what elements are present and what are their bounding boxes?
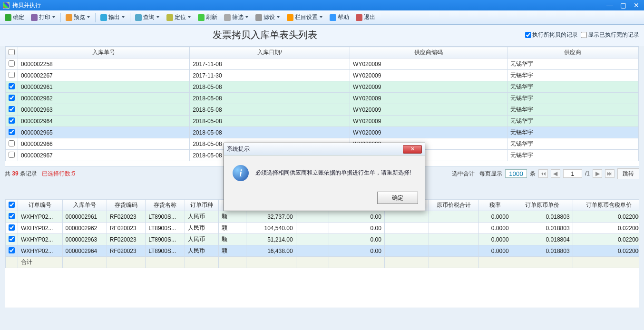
column-header[interactable]: 原币价税合计	[429, 200, 478, 211]
table-row[interactable]: WXHYP02...0000002964RF020023LT8900S...人民…	[6, 245, 640, 257]
refresh-button[interactable]: 刷新	[195, 12, 220, 23]
select-all-upper[interactable]	[9, 49, 15, 55]
next-page-button[interactable]: ▶	[593, 169, 602, 178]
dialog-message: 必须选择相同供应商和立账依据的单据进行生单，请重新选择!	[255, 165, 416, 177]
row-checkbox[interactable]	[9, 224, 15, 231]
close-button[interactable]: ✕	[632, 2, 641, 9]
preview-button[interactable]: 预览	[63, 12, 93, 23]
selected-count: 已选择行数:5	[42, 170, 75, 178]
row-checkbox[interactable]	[9, 213, 15, 219]
system-prompt-dialog: 系统提示 ✕ i 必须选择相同供应商和立账依据的单据进行生单，请重新选择! 确定	[224, 143, 425, 211]
row-checkbox[interactable]	[9, 72, 15, 78]
table-row[interactable]: 00000022582017-11-08WY020009无锡华宇	[6, 58, 639, 70]
table-row[interactable]: 00000029642018-05-08WY020009无锡华宇	[6, 116, 639, 127]
dialog-close-button[interactable]: ✕	[403, 145, 422, 154]
chevron-down-icon	[121, 16, 125, 19]
chevron-down-icon	[276, 16, 280, 19]
cols-button[interactable]: 栏目设置	[284, 12, 326, 23]
column-header[interactable]: 订单编号	[18, 200, 63, 211]
header-area: 发票拷贝入库单表头列表 执行所拷贝的记录 显示已执行完的记录	[0, 25, 644, 46]
show-done-checkbox[interactable]: 显示已执行完的记录	[581, 31, 639, 39]
column-header[interactable]: 入库日期/	[190, 47, 350, 58]
query-icon	[135, 14, 142, 21]
window-title: 拷贝并执行	[12, 1, 605, 10]
row-checkbox[interactable]	[9, 95, 15, 101]
row-checkbox[interactable]	[9, 247, 15, 253]
table-row[interactable]: WXHYP02...0000002962RF020023LT8900S...人民…	[6, 223, 640, 234]
table-row[interactable]: WXHYP02...0000002961RF020023LT8900S...人民…	[6, 211, 640, 223]
page-size-input[interactable]	[505, 169, 527, 178]
prev-page-button[interactable]: ◀	[551, 169, 560, 178]
column-header[interactable]: 入库单号	[18, 47, 190, 58]
column-header[interactable]: 供应商编码	[350, 47, 507, 58]
select-all-lower[interactable]	[9, 202, 15, 208]
page-number-input[interactable]	[563, 169, 582, 178]
refresh-icon	[198, 14, 205, 21]
table-row[interactable]: 00000029622018-05-08WY020009无锡华宇	[6, 93, 639, 104]
column-header[interactable]: 存货名称	[146, 200, 185, 211]
chevron-down-icon	[52, 16, 56, 19]
filter-icon	[224, 14, 231, 21]
row-checkbox[interactable]	[9, 152, 15, 158]
page-title: 发票拷贝入库单表头列表	[5, 29, 525, 41]
column-header[interactable]: 订单原币含税单价	[573, 200, 639, 211]
preview-icon	[66, 14, 72, 21]
chevron-down-icon	[245, 16, 249, 19]
selected-sum-label: 选中合计	[452, 170, 475, 178]
filter-button[interactable]: 筛选	[221, 12, 252, 23]
last-page-button[interactable]: ⏭	[605, 169, 615, 178]
filterset-icon	[255, 14, 262, 21]
row-checkbox[interactable]	[9, 83, 15, 89]
query-button[interactable]: 查询	[132, 12, 163, 23]
chevron-down-icon	[156, 16, 160, 19]
help-button[interactable]: 帮助	[327, 12, 352, 23]
table-row[interactable]: 00000029652018-05-08WY020009无锡华宇	[6, 127, 639, 138]
column-header[interactable]: 订单币种	[185, 200, 218, 211]
title-bar: 拷贝并执行 — ▢ ✕	[0, 0, 644, 10]
exec-copied-checkbox[interactable]: 执行所拷贝的记录	[525, 31, 578, 39]
row-checkbox[interactable]	[9, 60, 15, 67]
first-page-button[interactable]: ⏮	[538, 169, 548, 178]
output-icon	[100, 14, 107, 21]
confirm-icon	[5, 14, 11, 21]
column-header[interactable]: 存货编码	[107, 200, 145, 211]
table-row[interactable]: 00000029612018-05-08WY020009无锡华宇	[6, 81, 639, 93]
table-row[interactable]: WXHYP02...0000002963RF020023LT8900S...人民…	[6, 234, 640, 245]
confirm-button[interactable]: 确定	[2, 12, 27, 23]
locate-icon	[166, 14, 173, 21]
maximize-button[interactable]: ▢	[618, 2, 628, 9]
row-checkbox[interactable]	[9, 117, 15, 124]
cols-icon	[287, 14, 293, 21]
chevron-down-icon	[319, 16, 323, 19]
print-icon	[31, 14, 38, 21]
dialog-ok-button[interactable]: 确定	[377, 192, 418, 204]
minimize-button[interactable]: —	[605, 2, 615, 9]
column-header[interactable]: 税率	[478, 200, 512, 211]
row-checkbox[interactable]	[9, 129, 15, 135]
row-checkbox[interactable]	[9, 236, 15, 242]
row-checkbox[interactable]	[9, 140, 15, 146]
row-checkbox[interactable]	[9, 106, 15, 112]
column-header[interactable]: 供应商	[507, 47, 638, 58]
toolbar: 确定打印预览输出查询定位刷新筛选滤设栏目设置帮助退出	[0, 10, 644, 25]
locate-button[interactable]: 定位	[164, 12, 194, 23]
chevron-down-icon	[87, 16, 90, 19]
filterset-button[interactable]: 滤设	[253, 12, 283, 23]
dialog-title: 系统提示	[227, 145, 403, 153]
record-total: 共 39 条记录	[5, 170, 37, 178]
pagination: 每页显示 条 ⏮ ◀ /1 ▶ ⏭ 跳转	[479, 168, 639, 179]
output-button[interactable]: 输出	[98, 12, 128, 23]
column-header[interactable]: 订单原币单价	[512, 200, 573, 211]
exit-icon	[356, 14, 362, 21]
chevron-down-icon	[187, 16, 191, 19]
app-icon	[3, 2, 10, 9]
jump-button[interactable]: 跳转	[617, 168, 639, 179]
exit-button[interactable]: 退出	[353, 12, 378, 23]
table-row[interactable]: 00000029632018-05-08WY020009无锡华宇	[6, 104, 639, 116]
table-row[interactable]: 00000022672017-11-30WY020009无锡华宇	[6, 70, 639, 81]
print-button[interactable]: 打印	[28, 12, 59, 23]
help-icon	[330, 14, 336, 21]
info-icon: i	[233, 165, 249, 181]
column-header[interactable]: 入库单号	[62, 200, 107, 211]
lower-table[interactable]: 订单编号入库单号存货编码存货名称订单币种主计量币税额原币价税合计税率订单原币单价…	[5, 199, 639, 308]
